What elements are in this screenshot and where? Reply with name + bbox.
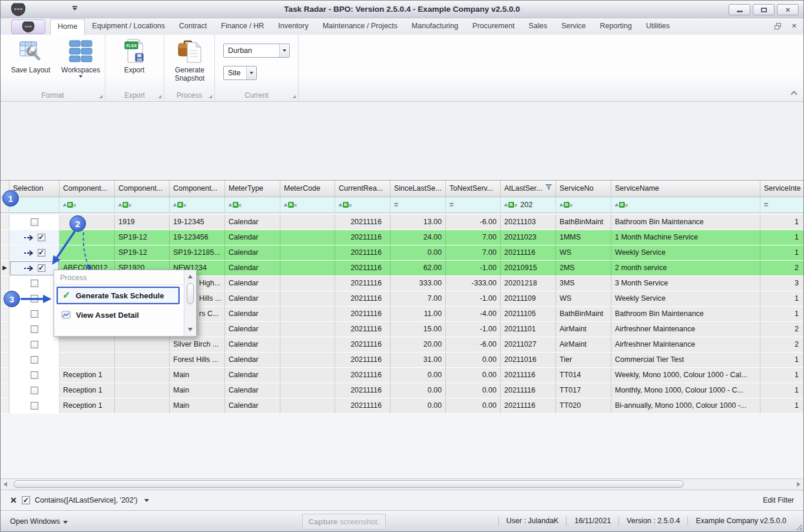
- row-checkbox[interactable]: ✓: [38, 234, 45, 241]
- cell-c3: Forest Hills ...: [170, 353, 225, 368]
- row-checkbox-cell[interactable]: [9, 353, 59, 368]
- column-header-2[interactable]: Component...: [115, 181, 170, 197]
- horizontal-scrollbar[interactable]: [1, 478, 803, 490]
- column-header-7[interactable]: SinceLastSe...: [391, 181, 446, 197]
- filter-cell-2[interactable]: ABc: [115, 197, 170, 213]
- application-menu-button[interactable]: [11, 19, 45, 34]
- row-checkbox[interactable]: [31, 402, 38, 410]
- column-header-1[interactable]: Component...: [59, 181, 115, 197]
- row-checkbox-cell[interactable]: ✓: [9, 261, 59, 276]
- site-combo[interactable]: Durban: [223, 44, 290, 58]
- row-checkbox-cell[interactable]: [9, 398, 59, 414]
- workspaces-button[interactable]: Workspaces: [58, 38, 103, 78]
- tab-contract[interactable]: Contract: [172, 18, 214, 35]
- row-checkbox-cell[interactable]: [9, 383, 59, 398]
- tab-inventory[interactable]: Inventory: [271, 18, 315, 35]
- row-checkbox[interactable]: ✓: [38, 249, 45, 257]
- edit-filter-button[interactable]: Edit Filter: [763, 496, 794, 504]
- row-checkbox-cell[interactable]: [9, 337, 59, 353]
- cell-service_no: TT014: [556, 368, 611, 383]
- filter-cell-3[interactable]: ABc: [170, 197, 225, 213]
- scrollbar-thumb[interactable]: [14, 480, 684, 488]
- tab-sales[interactable]: Sales: [522, 18, 554, 35]
- menu-item-view-asset-detail[interactable]: View Asset Detail: [57, 306, 180, 324]
- mdi-restore-button[interactable]: [775, 23, 781, 29]
- row-checkbox[interactable]: ✓: [38, 264, 45, 272]
- capture-screenshot-button[interactable]: Capture screenshot.: [302, 514, 386, 530]
- tab-finance-hr[interactable]: Finance / HR: [214, 18, 271, 35]
- tab-utilities[interactable]: Utilities: [639, 18, 677, 35]
- row-checkbox-cell[interactable]: [9, 276, 59, 291]
- minimize-button[interactable]: [729, 4, 750, 15]
- process-dialog-launcher-icon[interactable]: ◢: [209, 94, 212, 99]
- filter-cell-4[interactable]: ABc: [225, 197, 280, 213]
- filter-cell-6[interactable]: ABc: [335, 197, 391, 213]
- cell-service_int: 1: [760, 230, 803, 245]
- column-header-6[interactable]: CurrentRea...: [335, 181, 391, 197]
- column-header-4[interactable]: MeterType: [225, 181, 280, 197]
- row-checkbox[interactable]: [31, 387, 38, 394]
- menu-item-generate-task-schedule[interactable]: ✓ Generate Task Schedule: [57, 287, 180, 304]
- export-button[interactable]: XLSX Export: [115, 38, 154, 74]
- close-button[interactable]: ×: [777, 4, 799, 15]
- column-header-10[interactable]: ServiceNo: [556, 181, 611, 197]
- row-checkbox-cell[interactable]: [9, 322, 59, 337]
- row-checkbox[interactable]: [31, 310, 38, 318]
- row-checkbox[interactable]: [31, 325, 38, 333]
- row-checkbox-cell[interactable]: [9, 215, 59, 230]
- column-header-3[interactable]: Component...: [170, 181, 225, 197]
- tab-equipment-locations[interactable]: Equipment / Locations: [85, 18, 172, 35]
- row-checkbox[interactable]: [31, 218, 38, 226]
- collapse-ribbon-icon[interactable]: [790, 91, 797, 97]
- resize-grip[interactable]: [796, 524, 802, 530]
- row-checkbox[interactable]: [31, 341, 38, 348]
- menu-scroll-up-icon[interactable]: [188, 275, 193, 278]
- row-checkbox[interactable]: [31, 371, 38, 379]
- generate-snapshot-button[interactable]: Generate Snapshot: [169, 38, 210, 82]
- column-header-9[interactable]: AtLastSer...: [501, 181, 556, 197]
- filter-cell-5[interactable]: ABc: [280, 197, 335, 213]
- scroll-right-icon[interactable]: [797, 482, 800, 487]
- filter-cell-12[interactable]: =: [760, 197, 803, 213]
- menu-scroll-thumb[interactable]: [187, 283, 194, 304]
- menu-scroll-down-icon[interactable]: [188, 328, 193, 331]
- mdi-close-button[interactable]: ×: [792, 22, 796, 29]
- context-menu: Process ✓ Generate Task Schedule View As…: [54, 270, 197, 337]
- row-checkbox[interactable]: [31, 295, 38, 302]
- clear-filter-icon[interactable]: ✕: [10, 496, 17, 505]
- filter-enabled-checkbox[interactable]: ✓: [22, 496, 30, 504]
- row-checkbox[interactable]: [31, 356, 38, 364]
- column-header-5[interactable]: MeterCode: [280, 181, 335, 197]
- filter-cell-11[interactable]: ABc: [611, 197, 760, 213]
- column-header-11[interactable]: ServiceName: [611, 181, 760, 197]
- tab-maintenance-projects[interactable]: Maintenance / Projects: [316, 18, 405, 35]
- level-combo[interactable]: Site: [223, 66, 257, 80]
- menu-scrollbar[interactable]: [184, 270, 196, 336]
- row-checkbox[interactable]: [31, 280, 38, 287]
- filter-cell-9[interactable]: ABc202: [501, 197, 556, 213]
- row-indicator: [1, 337, 9, 353]
- row-checkbox-cell[interactable]: ✓: [9, 230, 59, 245]
- row-checkbox-cell[interactable]: [9, 368, 59, 383]
- format-dialog-launcher-icon[interactable]: ◢: [100, 94, 102, 99]
- tab-reporting[interactable]: Reporting: [593, 18, 639, 35]
- tab-procurement[interactable]: Procurement: [465, 18, 522, 35]
- tab-home[interactable]: Home: [50, 19, 85, 35]
- scroll-left-icon[interactable]: [4, 482, 7, 487]
- filter-cell-10[interactable]: ABc: [556, 197, 611, 213]
- row-checkbox-cell[interactable]: [9, 307, 59, 322]
- maximize-button[interactable]: [753, 4, 775, 15]
- column-header-8[interactable]: ToNextServ...: [446, 181, 501, 197]
- open-windows-button[interactable]: Open Windows: [10, 517, 68, 526]
- current-dialog-launcher-icon[interactable]: ◢: [293, 94, 296, 99]
- export-dialog-launcher-icon[interactable]: ◢: [158, 94, 161, 99]
- filter-cell-1[interactable]: ABc: [59, 197, 115, 213]
- tab-service[interactable]: Service: [554, 18, 593, 35]
- filter-cell-7[interactable]: =: [391, 197, 446, 213]
- filter-dropdown-icon[interactable]: [144, 499, 149, 502]
- save-layout-button[interactable]: Save Layout: [9, 38, 52, 74]
- column-header-12[interactable]: ServiceInte: [760, 181, 803, 197]
- tab-manufacturing[interactable]: Manufacturing: [405, 18, 465, 35]
- filter-cell-8[interactable]: =: [446, 197, 501, 213]
- row-checkbox-cell[interactable]: ✓: [9, 245, 59, 261]
